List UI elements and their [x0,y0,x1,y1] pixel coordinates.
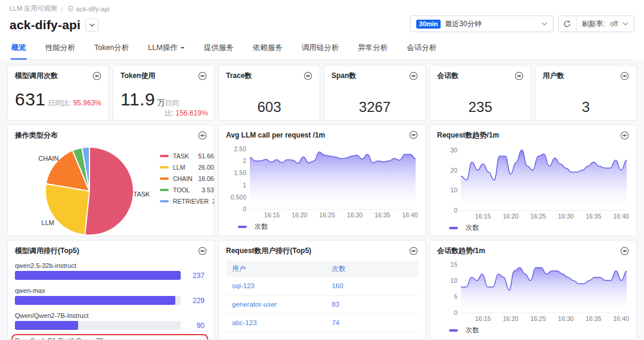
y-axis-tick: 2.50 [227,145,246,152]
tab-dependency-services[interactable]: 依赖服务 [252,38,283,60]
tab-session-analysis[interactable]: 会话分析 [406,38,437,60]
card-title: Avg LLM call per request /1m [226,131,325,139]
area-plot[interactable]: 3020100 [461,144,627,211]
legend-item-tool[interactable]: TOOL3.53% [160,186,215,194]
preview-eye-button[interactable] [620,247,629,255]
preview-eye-button[interactable] [620,131,629,140]
x-axis-tick: 16:35 [586,213,601,220]
bar-item-deepseek-r1-distill-qwen-7b[interactable]: DeepSeek-R1-Distill-Qwen-7B77 [15,336,207,340]
preview-eye-button[interactable] [198,71,207,80]
eye-icon [92,71,101,80]
bar-value: 229 [187,297,205,305]
bar-item-qwen-max[interactable]: qwen-max229 [15,286,207,307]
x-axis-tick: 16:40 [614,315,629,322]
preview-eye-button[interactable] [198,247,207,255]
time-range-label: 最近30分钟 [445,19,537,29]
tab-llm-operations[interactable]: LLM操作 [147,38,185,60]
stat-value: 3267 [332,99,418,116]
card-title: 会话数趋势/1m [437,246,485,256]
x-axis: 16:1516:2016:2516:3016:3516:40 [250,211,416,220]
tab-trace-analysis[interactable]: 调用链分析 [301,38,340,60]
bar-label: DeepSeek-R1-Distill-Qwen-7B [15,337,205,340]
area-plot[interactable]: 2.5021.5010.5000 [250,143,416,210]
legend-item-retriever[interactable]: RETRIEVER2.75% [160,198,215,205]
legend-swatch [160,155,169,157]
user-link[interactable]: sql-123 [226,277,326,295]
area-plot[interactable]: 151050 [461,260,627,313]
x-axis-tick: 16:15 [264,211,280,219]
trace-count-card: Trace数603 [218,65,320,121]
chart-legend[interactable]: 次数 [238,222,416,231]
eye-icon [198,71,207,80]
tab-label: 性能分析 [45,43,75,53]
pie-legend: TASK51.66%LLM26.00%CHAIN16.06%TOOL3.53%R… [160,152,215,209]
app-switcher-button[interactable] [85,18,98,32]
bar-fill [15,321,78,330]
x-axis-tick: 16:30 [558,315,574,322]
legend-item-chain[interactable]: CHAIN16.06% [160,175,215,182]
user-link[interactable]: generator-user [226,295,326,314]
y-axis-tick: 30 [438,146,457,154]
preview-eye-button[interactable] [515,71,524,80]
tab-label: 异常分析 [358,43,388,53]
refresh-rate-select[interactable]: 刷新率: off [577,19,634,29]
stat-value: 3 [543,99,629,116]
preview-eye-button[interactable] [620,71,629,80]
tab-performance[interactable]: 性能分析 [45,38,76,60]
caret-down-icon [180,46,185,49]
eye-icon [620,247,629,255]
refresh-button[interactable] [559,16,577,32]
legend-item-llm[interactable]: LLM26.00% [160,164,215,171]
preview-eye-button[interactable] [409,130,418,139]
operation-type-pie[interactable]: TASKLLMCHAIN [46,148,133,235]
user-link[interactable]: abc-123 [226,314,326,332]
preview-eye-button[interactable] [409,247,418,255]
count-value[interactable]: 160 [326,277,418,295]
legend-percent: 51.66% [198,152,215,160]
tab-overview[interactable]: 概览 [11,38,27,60]
legend-percent: 3.53% [202,186,215,194]
tab-label: LLM操作 [148,43,177,53]
y-axis-tick: 0 [438,207,457,214]
card-title: 用户数 [543,71,564,81]
card-title: Trace数 [226,71,252,81]
legend-item-task[interactable]: TASK51.66% [160,152,215,160]
time-range-picker[interactable]: 30min 最近30分钟 [410,15,553,32]
model-call-rank-card: 模型调用排行(Top5) qwen2.5-32b-instruct237qwen… [7,240,215,340]
y-axis-tick: 1.50 [227,169,246,176]
bar-value: 90 [187,322,205,330]
pie-slice-separator [47,183,89,192]
legend-swatch [238,226,247,228]
tab-provided-services[interactable]: 提供服务 [203,38,234,60]
bar-track [15,296,181,305]
breadcrumb-current[interactable]: ack-dify-api [67,5,110,13]
count-value[interactable]: 83 [326,295,418,314]
refresh-rate-value: off [610,20,618,28]
y-axis-tick: 1 [227,182,246,189]
breadcrumb-separator: / [61,5,63,13]
bar-value: 237 [187,272,205,280]
bar-label: qwen-max [15,287,205,294]
y-axis-tick: 10 [438,277,457,284]
x-axis-tick: 16:20 [503,213,518,220]
session-count-card: 会话数235 [429,65,531,121]
count-value[interactable]: 74 [326,314,418,332]
preview-eye-button[interactable] [409,71,418,80]
preview-eye-button[interactable] [198,131,207,140]
tab-token-analysis[interactable]: Token分析 [94,38,129,60]
preview-eye-button[interactable] [304,71,312,80]
preview-eye-button[interactable] [92,71,101,80]
eye-icon [620,131,629,140]
legend-label: 次数 [255,222,268,231]
x-axis-tick: 16:40 [614,213,629,220]
tab-error-analysis[interactable]: 异常分析 [357,38,388,60]
app-target-icon [67,5,74,12]
bar-item-qwen-qwen2-7b-instruct[interactable]: Qwen/Qwen2-7B-Instruct90 [15,311,207,332]
bar-item-qwen2-5-32b-instruct[interactable]: qwen2.5-32b-instruct237 [15,261,207,282]
chart-legend[interactable]: 次数 [449,223,627,232]
tab-label: 提供服务 [204,43,234,53]
y-axis-tick: 20 [438,167,457,174]
breadcrumb-root[interactable]: LLM 应用可观测 [10,4,57,13]
pie-slice-label-llm: LLM [42,219,54,226]
chart-legend[interactable]: 次数 [449,326,627,335]
